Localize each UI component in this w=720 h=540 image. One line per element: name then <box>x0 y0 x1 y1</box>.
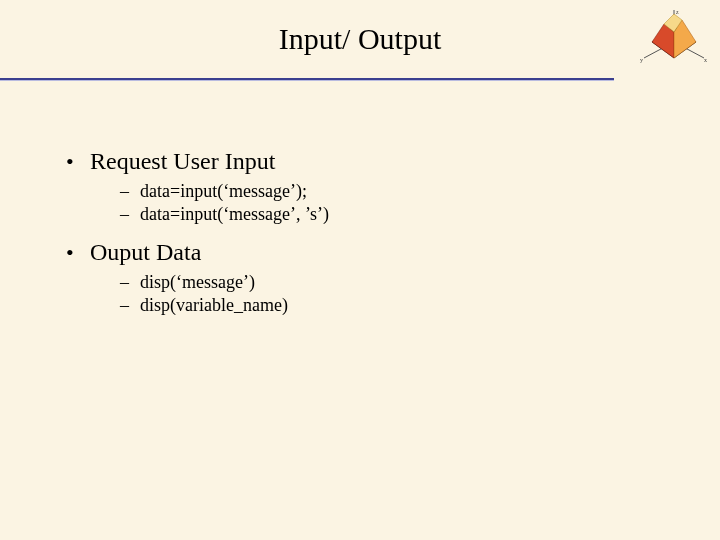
title-underline <box>0 78 614 80</box>
svg-text:x: x <box>704 57 707 63</box>
svg-text:y: y <box>640 57 643 63</box>
sub-bullet-item: disp(variable_name) <box>118 295 660 316</box>
bullet-item: Ouput Data disp(‘message’) disp(variable… <box>62 239 660 316</box>
sub-bullet-list: data=input(‘message’); data=input(‘messa… <box>90 181 660 225</box>
bullet-label: Ouput Data <box>90 239 201 265</box>
sub-bullet-list: disp(‘message’) disp(variable_name) <box>90 272 660 316</box>
slide-body: Request User Input data=input(‘message’)… <box>62 148 660 330</box>
bullet-item: Request User Input data=input(‘message’)… <box>62 148 660 225</box>
svg-text:z: z <box>676 9 679 15</box>
bullet-label: Request User Input <box>90 148 275 174</box>
slide-title: Input/ Output <box>0 22 720 56</box>
matlab-logo-icon: z x y <box>634 6 714 78</box>
bullet-list: Request User Input data=input(‘message’)… <box>62 148 660 316</box>
slide: Input/ Output z x y Request User Input d… <box>0 0 720 540</box>
sub-bullet-item: data=input(‘message’, ’s’) <box>118 204 660 225</box>
sub-bullet-item: disp(‘message’) <box>118 272 660 293</box>
sub-bullet-item: data=input(‘message’); <box>118 181 660 202</box>
